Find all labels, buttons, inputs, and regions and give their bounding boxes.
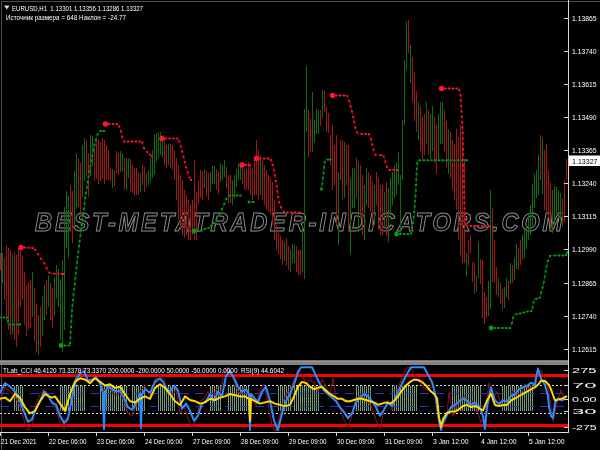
- svg-text:1.13115: 1.13115: [572, 212, 597, 221]
- svg-text:27 Dec 09:00: 27 Dec 09:00: [193, 437, 231, 446]
- svg-text:1.12865: 1.12865: [572, 279, 597, 288]
- svg-text:1.13240: 1.13240: [572, 179, 597, 188]
- svg-text:4 Jan 12:00: 4 Jan 12:00: [481, 437, 517, 446]
- svg-text:70: 70: [572, 381, 597, 390]
- svg-text:28 Dec 09:00: 28 Dec 09:00: [241, 437, 279, 446]
- svg-text:23 Dec 06:00: 23 Dec 06:00: [97, 437, 135, 446]
- svg-text:3 Jan 12:00: 3 Jan 12:00: [433, 437, 469, 446]
- svg-text:1.13740: 1.13740: [572, 47, 597, 56]
- svg-text:275: 275: [572, 366, 597, 375]
- svg-text:Источник размера = 648 Наклон: Источник размера = 648 Наклон = -24.77: [6, 13, 126, 22]
- svg-text:21 Dec 2021: 21 Dec 2021: [1, 437, 37, 446]
- svg-text:1.13865: 1.13865: [572, 14, 597, 23]
- svg-text:1.13615: 1.13615: [572, 80, 597, 89]
- svg-text:30 Dec 09:00: 30 Dec 09:00: [337, 437, 375, 446]
- svg-text:1.13490: 1.13490: [572, 113, 597, 122]
- svg-text:5 Jan 12:00: 5 Jan 12:00: [529, 437, 565, 446]
- svg-text:-275: -275: [572, 423, 597, 432]
- svg-text:0.00: 0.00: [572, 395, 597, 404]
- svg-text:1.12615: 1.12615: [572, 345, 597, 354]
- svg-text:1.13365: 1.13365: [572, 146, 597, 155]
- svg-text:31 Dec 09:00: 31 Dec 09:00: [385, 437, 423, 446]
- svg-text:22 Dec 06:00: 22 Dec 06:00: [49, 437, 87, 446]
- svg-text:EURUSD,H1 1.13301 1.13356 1.1: EURUSD,H1 1.13301 1.13356 1.13286 1.1332…: [12, 4, 143, 13]
- svg-text:24 Dec 06:00: 24 Dec 06:00: [145, 437, 183, 446]
- svg-text:TLab_CCI 46.4120 73.3370 73.33: TLab_CCI 46.4120 73.3370 73.3370 200.000…: [3, 366, 284, 375]
- svg-text:1.12990: 1.12990: [572, 245, 597, 254]
- svg-text:1.12740: 1.12740: [572, 312, 597, 321]
- svg-text:1.13327: 1.13327: [572, 157, 598, 166]
- svg-text:30: 30: [572, 407, 597, 416]
- svg-text:29 Dec 09:00: 29 Dec 09:00: [289, 437, 327, 446]
